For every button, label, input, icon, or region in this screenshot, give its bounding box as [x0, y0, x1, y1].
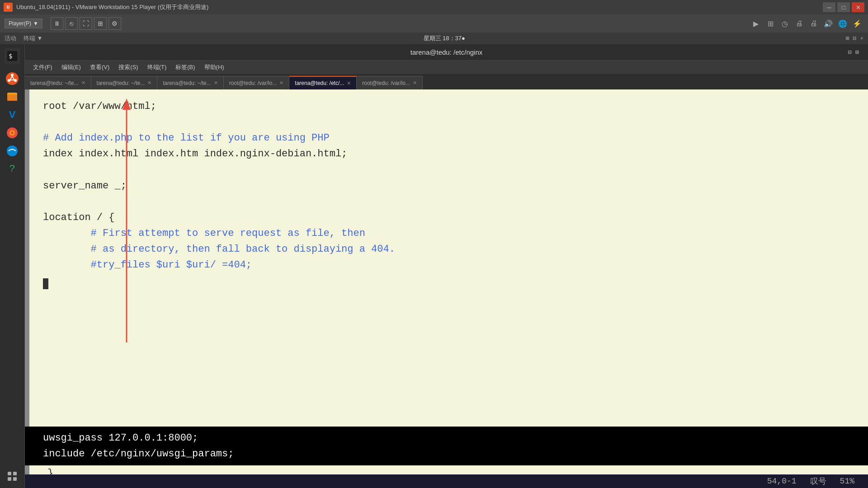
vmware-btn2[interactable]: ⊞	[764, 17, 777, 30]
title-bar: U Ubuntu_18.04(1911) - VMware Workstatio…	[0, 0, 868, 14]
ubuntu-icon[interactable]	[4, 70, 20, 87]
tab-3-close[interactable]: ✕	[279, 80, 283, 86]
svg-point-10	[11, 131, 14, 134]
vmware-btn5[interactable]: 🖨	[807, 17, 820, 30]
apps-grid-icon[interactable]	[4, 468, 20, 484]
maximize-button[interactable]: □	[837, 2, 850, 12]
terminal-btn1[interactable]: ⊟	[848, 48, 851, 56]
app-icon: U	[4, 3, 13, 12]
tab-1[interactable]: tarena@tedu: ~/te... ✕	[91, 76, 158, 89]
ubuntu-info-bar: 活动 终端 ▼ 星期三 18：37● ⊞ ⊟ ⚡	[0, 33, 868, 44]
clock-text: 星期三 18：37●	[424, 35, 465, 42]
vmware-btn7[interactable]: 🌐	[836, 17, 849, 30]
settings-button[interactable]: ⚙	[108, 17, 121, 30]
vmware-btn3[interactable]: ◷	[778, 17, 791, 30]
activities-menu[interactable]: 活动	[5, 34, 16, 42]
toolbar-icons: ⏸ ⎋ ⛶ ⊞ ⚙	[51, 17, 121, 30]
tab-4-close[interactable]: ✕	[347, 80, 351, 86]
svg-text:$: $	[9, 52, 12, 60]
code-line-0: root /var/www/html;	[43, 99, 854, 114]
tab-2[interactable]: tarena@tedu: ~/te... ✕	[157, 76, 224, 89]
code-line-comment-3: #try_files $uri $uri/ =404;	[43, 257, 854, 273]
info-bar-right: ⊞ ⊟ ⚡	[846, 35, 863, 42]
vscode-icon[interactable]: V	[4, 107, 20, 123]
svg-rect-7	[7, 94, 17, 101]
player-menu-label: Player(P)	[9, 20, 31, 27]
tab-0[interactable]: tarena@tedu: ~/te... ✕	[25, 76, 91, 89]
svg-point-11	[7, 145, 18, 156]
code-line-comment-1: # First attempt to serve request as file…	[43, 225, 854, 241]
terminal-app-icon[interactable]: $	[4, 48, 20, 64]
tab-4[interactable]: tarena@tedu: /etc/... ✕	[289, 76, 357, 89]
terminal-menu-item[interactable]: 终端(T)	[144, 62, 170, 72]
main-layout: $ V	[0, 44, 868, 488]
tab-0-close[interactable]: ✕	[81, 80, 85, 86]
firefox-icon[interactable]	[4, 125, 20, 141]
code-line-comment-0: # Add index.php to the list if you are u…	[43, 130, 854, 146]
terminal-area: tarena@tedu: /etc/nginx ⊟ ⊞ 文件(F) 编辑(E) …	[25, 44, 868, 488]
code-line-comment-2: # as directory, then fall back to displa…	[43, 241, 854, 257]
left-sidebar: $ V	[0, 44, 25, 488]
status-bar: 54,0-1 叹号 51%	[25, 474, 868, 488]
code-line-1: index index.html index.htm index.nginx-d…	[43, 146, 854, 162]
window-controls: ─ □ ✕	[823, 2, 864, 12]
code-line-3: location / {	[43, 210, 854, 225]
text-cursor	[43, 278, 48, 289]
window-title: Ubuntu_18.04(1911) - VMware Workstation …	[16, 3, 819, 11]
tab-3[interactable]: root@tedu: /var/lo... ✕	[224, 76, 290, 89]
player-toolbar: Player(P) ▼ ⏸ ⎋ ⛶ ⊞ ⚙ ▶ ⊞ ◷ 🖨 🖨 🔊 🌐 ⚡	[0, 14, 868, 33]
clock: 星期三 18：37●	[424, 34, 465, 42]
file-menu[interactable]: 文件(F)	[29, 62, 56, 72]
editor-area[interactable]: root /var/www/html; # Add index.php to t…	[25, 89, 868, 488]
info-bar-left: 活动 终端 ▼	[5, 34, 42, 42]
tab-1-label: tarena@tedu: ~/te...	[97, 80, 145, 86]
svg-rect-15	[13, 477, 17, 481]
player-menu-arrow: ▼	[33, 20, 38, 27]
help-icon[interactable]: ?	[4, 161, 20, 177]
terminal-menu[interactable]: 终端 ▼	[24, 34, 42, 42]
tab-2-label: tarena@tedu: ~/te...	[163, 80, 211, 86]
terminal-btn2[interactable]: ⊞	[855, 48, 859, 56]
mode-indicator: 叹号	[810, 476, 826, 487]
tab-5[interactable]: root@tedu: /var/lo... ✕	[357, 76, 423, 89]
vmware-btn8[interactable]: ⚡	[851, 17, 863, 30]
view-menu[interactable]: 查看(V)	[86, 62, 113, 72]
search-menu[interactable]: 搜索(S)	[115, 62, 142, 72]
tab-1-close[interactable]: ✕	[147, 80, 151, 86]
close-button[interactable]: ✕	[852, 2, 864, 12]
tab-5-close[interactable]: ✕	[413, 80, 417, 86]
minimize-button[interactable]: ─	[823, 2, 835, 12]
tab-2-close[interactable]: ✕	[214, 80, 218, 86]
system-indicators[interactable]: ⊞ ⊟ ⚡	[846, 35, 863, 42]
vmware-btn6[interactable]: 🔊	[822, 17, 835, 30]
svg-rect-12	[8, 472, 11, 475]
svg-rect-14	[8, 477, 11, 481]
tabs-menu[interactable]: 标签(B)	[172, 62, 198, 72]
send-ctrl-alt-del[interactable]: ⎋	[65, 17, 78, 30]
pause-button[interactable]: ⏸	[51, 17, 63, 30]
code-empty-1	[43, 162, 854, 178]
tab-3-label: root@tedu: /var/lo...	[229, 80, 277, 86]
code-content: root /var/www/html; # Add index.php to t…	[25, 89, 868, 291]
code-line-2: server_name _;	[43, 178, 854, 194]
terminal-bottom: uwsgi_pass 127.0.0.1:8000; include /etc/…	[25, 427, 868, 465]
tab-4-label: tarena@tedu: /etc/...	[295, 80, 344, 86]
cursor-line	[43, 273, 854, 282]
thunderbird-icon[interactable]	[4, 143, 20, 159]
tabs-bar: tarena@tedu: ~/te... ✕ tarena@tedu: ~/te…	[25, 74, 868, 89]
fullscreen-button[interactable]: ⛶	[80, 17, 92, 30]
help-menu[interactable]: 帮助(H)	[201, 62, 228, 72]
vmware-btn4[interactable]: 🖨	[793, 17, 806, 30]
vmware-btn1[interactable]: ▶	[750, 17, 762, 30]
scroll-percentage: 51%	[840, 477, 854, 486]
terminal-line-1: include /etc/nginx/uwsgi_params;	[43, 446, 850, 462]
svg-rect-13	[13, 472, 17, 475]
files-icon[interactable]	[4, 89, 20, 105]
player-menu[interactable]: Player(P) ▼	[5, 19, 42, 28]
cursor-position: 54,0-1	[767, 477, 797, 486]
unity-button[interactable]: ⊞	[94, 17, 107, 30]
menu-bar: 文件(F) 编辑(E) 查看(V) 搜索(S) 终端(T) 标签(B) 帮助(H…	[25, 61, 868, 74]
tab-0-label: tarena@tedu: ~/te...	[30, 80, 79, 86]
toolbar-right: ▶ ⊞ ◷ 🖨 🖨 🔊 🌐 ⚡	[750, 17, 863, 30]
edit-menu[interactable]: 编辑(E)	[58, 62, 85, 72]
